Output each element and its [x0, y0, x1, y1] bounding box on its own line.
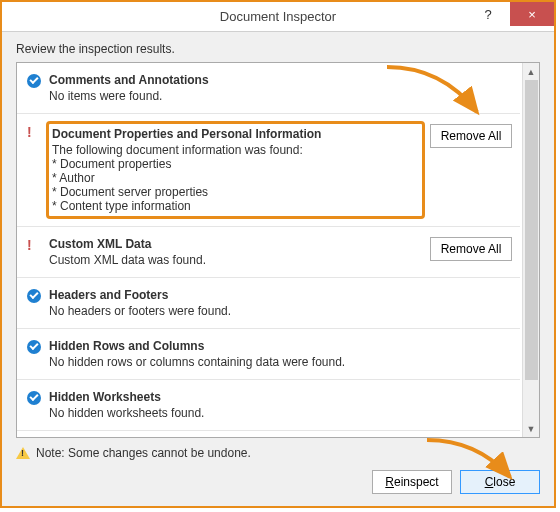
alert-icon: !	[27, 238, 49, 252]
titlebar-buttons: ? ×	[466, 2, 554, 32]
section-heading: Hidden Worksheets	[49, 390, 422, 404]
section-detail: No headers or footers were found.	[49, 304, 422, 318]
section-heading: Headers and Footers	[49, 288, 422, 302]
result-section: !Custom XML DataCustom XML data was foun…	[17, 227, 520, 278]
section-detail: No items were found.	[49, 89, 422, 103]
scrollbar[interactable]: ▲ ▼	[522, 63, 539, 437]
dialog-window: Document Inspector ? × Review the inspec…	[0, 0, 556, 508]
warning-icon	[16, 447, 30, 459]
ok-icon	[27, 391, 41, 405]
titlebar: Document Inspector ? ×	[2, 2, 554, 32]
footer-note-text: Note: Some changes cannot be undone.	[36, 446, 251, 460]
section-detail: No hidden rows or columns containing dat…	[49, 355, 422, 369]
section-heading: Custom XML Data	[49, 237, 422, 251]
footer-note-row: Note: Some changes cannot be undone.	[2, 438, 554, 460]
section-heading: Comments and Annotations	[49, 73, 422, 87]
result-section: Invisible Content	[17, 431, 520, 437]
result-section: Comments and AnnotationsNo items were fo…	[17, 63, 520, 114]
section-detail: The following document information was f…	[52, 143, 419, 213]
remove-all-button[interactable]: Remove All	[430, 124, 512, 148]
ok-icon	[27, 289, 41, 303]
help-button[interactable]: ?	[466, 2, 510, 26]
reinspect-label-rest: einspect	[394, 475, 439, 489]
close-label-rest: lose	[493, 475, 515, 489]
results-list: Comments and AnnotationsNo items were fo…	[17, 63, 522, 437]
result-section: Hidden Rows and ColumnsNo hidden rows or…	[17, 329, 520, 380]
section-detail: Custom XML data was found.	[49, 253, 422, 267]
scroll-thumb[interactable]	[525, 80, 538, 380]
footer-buttons: Reinspect Close	[372, 470, 540, 494]
scroll-up-arrow[interactable]: ▲	[523, 63, 539, 80]
ok-icon	[27, 340, 41, 354]
highlight-box: Document Properties and Personal Informa…	[46, 121, 425, 219]
result-section: Headers and FootersNo headers or footers…	[17, 278, 520, 329]
scroll-down-arrow[interactable]: ▼	[523, 420, 539, 437]
result-section: Hidden WorksheetsNo hidden worksheets fo…	[17, 380, 520, 431]
instruction-text: Review the inspection results.	[2, 32, 554, 62]
section-detail: No hidden worksheets found.	[49, 406, 422, 420]
window-close-button[interactable]: ×	[510, 2, 554, 26]
result-section: !Document Properties and Personal Inform…	[17, 114, 520, 227]
ok-icon	[27, 74, 41, 88]
results-pane: Comments and AnnotationsNo items were fo…	[16, 62, 540, 438]
close-button[interactable]: Close	[460, 470, 540, 494]
reinspect-button[interactable]: Reinspect	[372, 470, 452, 494]
remove-all-button[interactable]: Remove All	[430, 237, 512, 261]
section-heading: Document Properties and Personal Informa…	[52, 127, 419, 141]
section-heading: Hidden Rows and Columns	[49, 339, 422, 353]
